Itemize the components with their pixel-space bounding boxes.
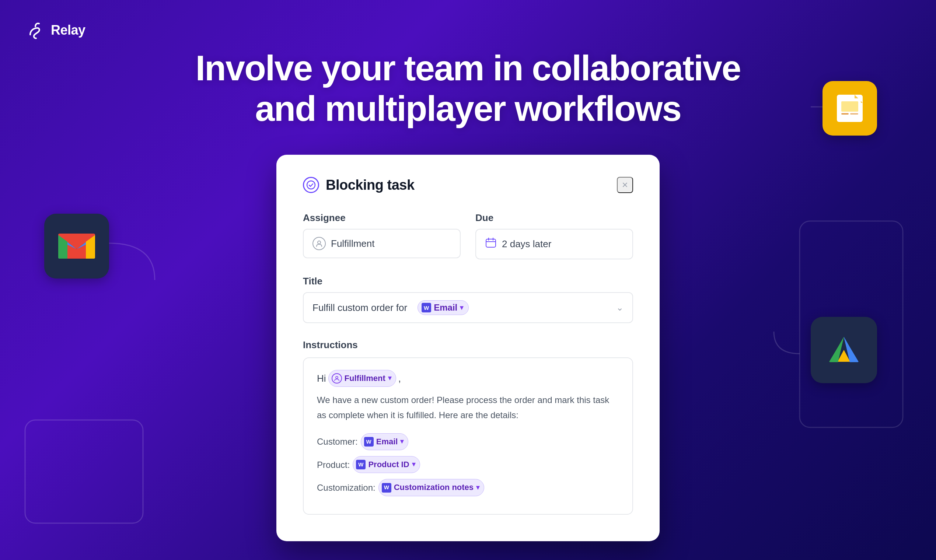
- fulfillment-chip-label: Fulfillment: [345, 372, 385, 385]
- customer-label: Customer:: [317, 434, 358, 449]
- assignee-group: Assignee Fulfillment: [303, 212, 460, 259]
- person-chip-svg: [334, 376, 339, 381]
- app-name: Relay: [51, 23, 86, 38]
- instructions-body-text: We have a new custom order! Please proce…: [317, 393, 619, 423]
- fulfillment-person-icon: [332, 373, 342, 383]
- assignee-value: Fulfillment: [331, 238, 374, 249]
- gmail-logo: [56, 231, 97, 261]
- due-label: Due: [476, 212, 633, 224]
- dialog-title: Blocking task: [326, 177, 414, 193]
- assignee-input[interactable]: Fulfillment: [303, 229, 460, 258]
- assignee-person-icon: [313, 237, 326, 250]
- customization-label: Customization:: [317, 480, 376, 495]
- title-group: Title Fulfill custom order for W Email ▾…: [303, 275, 633, 323]
- product-chip-w: W: [356, 460, 366, 469]
- hi-text: Hi: [317, 371, 326, 386]
- title-input[interactable]: Fulfill custom order for W Email ▾ ⌄: [303, 292, 633, 323]
- assignee-due-row: Assignee Fulfillment Due: [303, 212, 633, 259]
- task-icon: [303, 177, 319, 193]
- close-button[interactable]: ×: [617, 177, 633, 193]
- svg-point-11: [307, 181, 315, 189]
- assignee-label: Assignee: [303, 212, 460, 224]
- customer-chip[interactable]: W Email ▾: [361, 433, 409, 450]
- due-input[interactable]: 2 days later: [476, 229, 633, 259]
- check-circle-icon: [306, 180, 316, 190]
- comma-text: ,: [398, 371, 401, 386]
- title-caret-icon: ⌄: [616, 303, 623, 313]
- top-bar: Relay: [0, 0, 936, 40]
- product-label: Product:: [317, 458, 350, 472]
- title-prefix: Fulfill custom order for: [313, 302, 407, 314]
- hero-heading: Involve your team in collaborative and m…: [0, 48, 936, 129]
- calendar-svg: [485, 237, 497, 249]
- due-group: Due 2 days later: [476, 212, 633, 259]
- gdrive-logo: [824, 332, 864, 368]
- dialog-header: Blocking task ×: [303, 177, 633, 193]
- product-dropdown-icon: ▾: [412, 459, 415, 470]
- due-value: 2 days later: [502, 238, 551, 250]
- customization-chip-label: Customization notes: [394, 481, 474, 494]
- title-chip-label: Email: [434, 303, 457, 313]
- google-drive-app-icon: [811, 317, 877, 383]
- customization-chip[interactable]: W Customization notes ▾: [379, 479, 484, 496]
- svg-point-12: [318, 241, 320, 244]
- dialog-card: Blocking task × Assignee Fulfillment Due: [276, 155, 660, 541]
- title-email-chip[interactable]: W Email ▾: [417, 300, 469, 315]
- fulfillment-chip[interactable]: Fulfillment ▾: [328, 370, 396, 387]
- customer-chip-label: Email: [376, 435, 398, 448]
- svg-point-14: [336, 377, 338, 379]
- customization-dropdown-icon: ▾: [476, 482, 479, 493]
- customization-chip-w: W: [382, 483, 391, 492]
- chip-dropdown-icon: ▾: [460, 303, 463, 312]
- instructions-label: Instructions: [303, 339, 633, 351]
- product-line: Product: W Product ID ▾: [317, 456, 619, 473]
- product-chip-label: Product ID: [368, 458, 409, 471]
- svg-rect-0: [25, 420, 143, 523]
- dialog-title-row: Blocking task: [303, 177, 414, 193]
- customer-line: Customer: W Email ▾: [317, 433, 619, 450]
- instructions-section: Instructions Hi Fulfillment ▾ ,: [303, 339, 633, 515]
- instructions-body: Hi Fulfillment ▾ , We have a new custom …: [303, 357, 633, 515]
- hero-line-1: Involve your team in collaborative: [0, 48, 936, 88]
- chip-w-icon: W: [422, 303, 431, 312]
- customization-line: Customization: W Customization notes ▾: [317, 479, 619, 496]
- hero-line-2: and multiplayer workflows: [0, 88, 936, 129]
- gmail-app-icon: [44, 214, 109, 278]
- customer-chip-w: W: [364, 437, 374, 446]
- customer-dropdown-icon: ▾: [400, 436, 403, 447]
- fulfillment-dropdown-icon: ▾: [388, 373, 391, 384]
- svg-rect-13: [486, 239, 496, 247]
- calendar-icon: [485, 237, 497, 251]
- title-label: Title: [303, 275, 633, 287]
- person-svg: [316, 240, 322, 247]
- hi-line: Hi Fulfillment ▾ ,: [317, 370, 619, 387]
- relay-logo-icon: [26, 21, 45, 40]
- product-chip[interactable]: W Product ID ▾: [353, 456, 420, 473]
